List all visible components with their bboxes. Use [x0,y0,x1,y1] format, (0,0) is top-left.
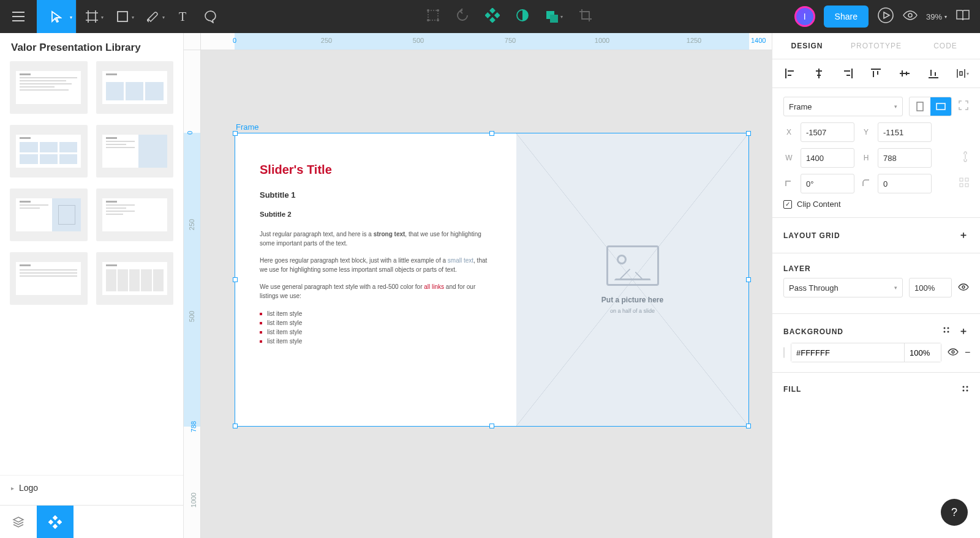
rotation-icon [783,179,794,189]
comment-tool[interactable] [197,0,225,33]
align-vcenter-icon[interactable] [898,67,911,80]
background-visibility-icon[interactable] [948,347,959,358]
svg-point-32 [967,386,968,388]
h-input[interactable] [878,148,932,168]
crop-icon[interactable] [579,9,592,24]
add-layout-grid-button[interactable]: ＋ [959,229,969,242]
edit-object-icon[interactable] [426,9,440,24]
tab-code[interactable]: CODE [911,33,980,59]
svg-point-34 [967,390,968,392]
share-button[interactable]: Share [824,6,869,28]
canvas[interactable]: 0 250 500 750 1000 1250 1400 0 250 500 7… [184,33,772,538]
background-opacity-input[interactable] [904,343,941,362]
list-item: list item style [260,337,492,346]
thumb-5[interactable] [10,189,88,241]
align-top-icon[interactable] [869,67,883,80]
background-section-header: BACKGROUND ＋ [772,314,980,343]
independent-corners-icon[interactable] [959,177,969,190]
help-button[interactable]: ? [941,499,968,526]
align-right-icon[interactable] [841,67,854,80]
x-input[interactable] [801,122,854,142]
portrait-option[interactable] [910,97,930,116]
resize-handle-tr[interactable] [746,131,751,136]
svg-rect-6 [489,8,496,13]
resize-handle-bm[interactable] [489,424,494,428]
user-avatar[interactable]: I [794,6,815,27]
present-button[interactable] [877,7,894,26]
layer-opacity-input[interactable] [909,278,952,297]
background-swatch[interactable] [783,347,785,358]
svg-rect-17 [48,519,53,524]
w-input[interactable] [801,148,854,168]
resize-handle-br[interactable] [746,424,751,428]
resize-handle-tl[interactable] [233,131,238,136]
svg-point-31 [963,386,965,388]
text-tool[interactable]: T [168,0,197,33]
svg-rect-0 [118,12,127,21]
frame-label[interactable]: Frame [236,122,259,132]
remove-background-button[interactable]: − [965,347,970,358]
frame-preset-dropdown[interactable]: Frame▾ [783,97,903,116]
slide-para-2: Here goes regular paragraph text block, … [260,256,492,274]
main-menu-button[interactable] [0,0,37,33]
blend-mode-dropdown[interactable]: Pass Through▾ [783,278,903,297]
mask-icon[interactable] [516,9,529,24]
resize-fit-icon[interactable] [958,100,969,113]
svg-point-13 [878,8,893,23]
component-icon[interactable] [485,8,500,25]
align-left-icon[interactable] [783,67,797,80]
library-icon[interactable] [956,9,970,24]
fill-style-button[interactable] [962,384,969,395]
orientation-toggle[interactable] [909,97,952,116]
slide-title: Slider's Title [260,163,492,177]
background-hex-input[interactable] [791,343,904,362]
boolean-icon[interactable]: ▾ [545,10,563,23]
ruler-horizontal: 0 250 500 750 1000 1250 1400 [201,33,772,50]
h-label: H [861,154,872,162]
add-background-button[interactable]: ＋ [959,325,969,338]
tab-prototype[interactable]: PROTOTYPE [842,33,911,59]
slide-subtitle-1: Subtitle 1 [260,190,492,200]
selected-frame[interactable]: Slider's Title Subtitle 1 Subtitle 2 Jus… [235,133,749,427]
page-item-logo[interactable]: Logo [11,480,172,495]
layer-visibility-icon[interactable] [958,282,969,293]
thumb-8[interactable] [96,252,174,305]
reset-icon[interactable] [456,9,469,24]
resize-handle-mr[interactable] [746,277,751,282]
landscape-option[interactable] [930,97,951,116]
assets-panel-button[interactable] [37,506,74,538]
zoom-dropdown[interactable]: 39%▾ [926,12,947,21]
tab-design[interactable]: DESIGN [772,33,842,59]
thumb-4[interactable] [96,125,174,177]
thumb-3[interactable] [10,125,88,177]
y-input[interactable] [878,122,932,142]
view-settings-icon[interactable] [903,10,918,23]
clip-content-checkbox[interactable]: ✓ Clip Content [783,200,841,209]
align-bottom-icon[interactable] [927,67,940,80]
thumb-6[interactable] [96,189,174,241]
slide-subtitle-2: Subtitle 2 [260,211,492,218]
pen-tool[interactable]: ▾ [138,0,168,33]
shape-tool[interactable]: ▾ [107,0,138,33]
resize-handle-bl[interactable] [233,424,238,428]
resize-handle-tm[interactable] [489,131,494,136]
list-item: list item style [260,309,492,318]
thumb-1[interactable] [10,61,88,114]
thumb-7[interactable] [10,252,88,305]
ruler-vertical: 0 250 500 788 1000 [184,50,201,538]
distribute-icon[interactable]: ▾ [956,67,969,80]
thumb-2[interactable] [96,61,174,114]
background-style-button[interactable] [943,325,950,338]
frame-tool[interactable]: ▾ [77,0,107,33]
svg-rect-19 [917,102,923,111]
move-tool[interactable]: ▾ [37,0,76,33]
rotation-input[interactable] [801,174,854,193]
resize-handle-ml[interactable] [233,277,238,282]
placeholder-subtitle: on a half of a slide [610,308,655,314]
align-hcenter-icon[interactable] [812,67,826,80]
svg-rect-8 [485,12,491,18]
radius-input[interactable] [878,174,932,193]
constrain-proportions-icon[interactable] [962,151,969,165]
svg-point-29 [948,331,949,333]
layers-panel-button[interactable] [0,506,37,538]
